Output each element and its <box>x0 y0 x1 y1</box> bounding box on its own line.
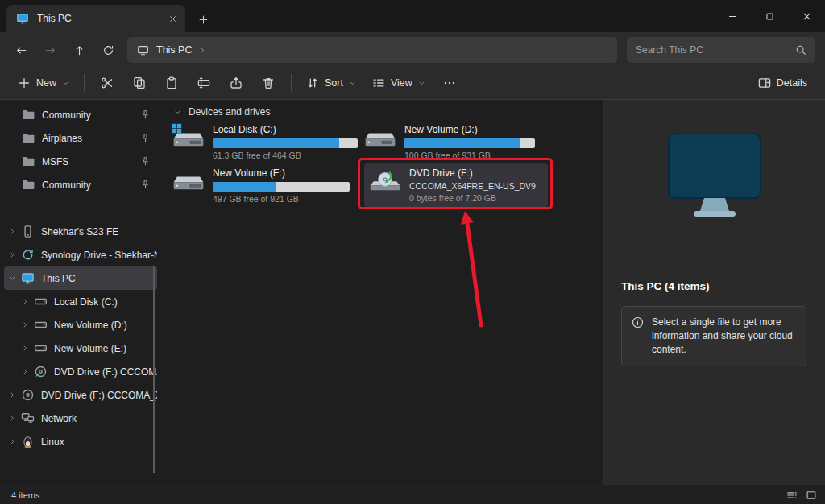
close-button[interactable] <box>788 0 825 32</box>
this-pc-icon <box>137 44 149 56</box>
sidebar-item-new-volume-e[interactable]: New Volume (E:) <box>4 337 157 360</box>
sidebar-item-community[interactable]: Community <box>4 103 157 126</box>
ellipsis-icon <box>443 76 456 89</box>
copy-button[interactable] <box>123 70 155 96</box>
sidebar-item-new-volume-d[interactable]: New Volume (D:) <box>4 313 157 337</box>
sidebar-item-msfs[interactable]: MSFS <box>4 150 157 173</box>
maximize-icon <box>765 11 775 22</box>
sidebar-item-airplanes[interactable]: Airplanes <box>4 126 157 150</box>
sidebar-scrollbar[interactable] <box>153 266 155 473</box>
chevron-down-icon[interactable] <box>174 109 181 116</box>
chevron-right-icon[interactable] <box>9 251 16 258</box>
drive-tile-new-volume-d[interactable]: New Volume (D:) 100 GB free of 931 GB <box>364 124 535 160</box>
chevron-right-icon[interactable] <box>9 228 16 235</box>
chevron-down-icon <box>349 80 356 87</box>
chevron-down-icon <box>62 80 69 87</box>
tab-title: This PC <box>37 13 168 24</box>
view-button[interactable]: View <box>364 70 433 96</box>
section-devices-and-drives[interactable]: Devices and drives <box>174 106 270 118</box>
drive-free-space: 0 bytes free of 7.20 GB <box>409 193 536 203</box>
item-count: 4 items <box>11 490 39 500</box>
forward-icon <box>44 44 56 56</box>
view-label: View <box>391 77 412 89</box>
command-chrome: This PC Search This PC New Sort View <box>0 32 825 100</box>
minimize-icon <box>728 11 738 22</box>
sidebar-group-gap <box>0 196 161 220</box>
share-button[interactable] <box>220 70 252 96</box>
delete-button[interactable] <box>252 70 284 96</box>
drive-tile-dvd-f[interactable]: DVD Drive (F:) CCCOMA_X64FRE_EN-US_DV9 0… <box>364 163 548 207</box>
info-box: Select a single file to get more informa… <box>621 306 806 366</box>
chevron-right-icon[interactable] <box>22 298 29 305</box>
search-icon[interactable] <box>795 44 806 56</box>
dvd-icon <box>21 388 35 402</box>
sidebar-item-network[interactable]: Network <box>4 407 157 430</box>
sort-button[interactable]: Sort <box>298 70 364 96</box>
folder-icon <box>22 155 35 168</box>
this-pc-icon <box>16 12 29 25</box>
drive-tile-local-disk-c[interactable]: Local Disk (C:) 61.3 GB free of 464 GB <box>172 124 358 160</box>
hard-drive-icon <box>34 295 48 308</box>
drive-name: Local Disk (C:) <box>213 124 358 136</box>
chevron-right-icon[interactable] <box>9 391 16 399</box>
more-options-button[interactable] <box>433 70 466 96</box>
paste-icon <box>165 76 178 89</box>
sidebar-item-community-2[interactable]: Community <box>4 173 157 196</box>
details-pane: This PC (4 items) Select a single file t… <box>603 100 825 485</box>
chevron-right-icon[interactable] <box>22 345 29 352</box>
plus-icon <box>18 76 31 89</box>
dvd-burn-icon <box>34 365 48 378</box>
refresh-button[interactable] <box>93 37 122 63</box>
chevron-right-icon[interactable] <box>9 415 16 422</box>
dvd-drive-icon <box>369 170 401 196</box>
sidebar-item-dvd-drive-f[interactable]: DVD Drive (F:) CCCOMA_X6 <box>4 360 157 383</box>
hard-drive-icon <box>34 318 48 332</box>
forward-button[interactable] <box>35 37 64 63</box>
large-icons-view-icon[interactable] <box>806 490 817 501</box>
drive-free-space: 100 GB free of 931 GB <box>404 151 535 160</box>
toolbar-divider <box>291 74 292 92</box>
cut-button[interactable] <box>91 70 123 96</box>
details-pane-icon <box>758 76 771 89</box>
preview-title: This PC (4 items) <box>621 280 710 292</box>
chevron-right-icon[interactable] <box>22 321 29 328</box>
chevron-right-icon[interactable] <box>9 438 16 445</box>
capacity-bar <box>404 138 535 148</box>
chevron-down-icon[interactable] <box>9 275 16 282</box>
linux-penguin-icon <box>21 435 35 448</box>
up-icon <box>73 44 85 56</box>
details-pane-toggle[interactable]: Details <box>750 70 815 96</box>
share-icon <box>230 76 243 89</box>
sidebar-item-phone[interactable]: Shekhar's S23 FE <box>4 220 157 243</box>
rename-icon <box>197 76 210 89</box>
drive-tile-new-volume-e[interactable]: New Volume (E:) 497 GB free of 921 GB <box>172 167 358 204</box>
new-tab-button[interactable] <box>193 10 213 29</box>
rename-button[interactable] <box>188 70 220 96</box>
new-button[interactable]: New <box>10 70 77 96</box>
back-button[interactable] <box>6 37 35 63</box>
explorer-tab-this-pc[interactable]: This PC <box>6 5 185 32</box>
breadcrumb[interactable]: This PC <box>156 44 192 56</box>
tab-close-icon[interactable] <box>168 14 177 23</box>
sidebar-item-this-pc[interactable]: This PC <box>4 266 157 290</box>
trash-icon <box>262 76 275 89</box>
annotation-arrow <box>451 204 500 333</box>
section-title: Devices and drives <box>189 106 270 118</box>
details-view-icon[interactable] <box>786 490 798 501</box>
back-icon <box>15 44 27 56</box>
sidebar-item-local-disk-c[interactable]: Local Disk (C:) <box>4 290 157 313</box>
address-bar[interactable]: This PC <box>127 37 617 63</box>
maximize-button[interactable] <box>751 0 788 32</box>
chevron-right-icon[interactable] <box>199 47 206 54</box>
status-bar: 4 items <box>0 485 825 504</box>
minimize-button[interactable] <box>714 0 751 32</box>
sidebar-item-synology-drive[interactable]: Synology Drive - Shekhar-NA <box>4 243 157 266</box>
up-button[interactable] <box>64 37 93 63</box>
volume-label: CCCOMA_X64FRE_EN-US_DV9 <box>409 181 536 191</box>
search-placeholder: Search This PC <box>636 44 789 56</box>
sidebar-item-linux[interactable]: Linux <box>4 430 157 453</box>
search-input[interactable]: Search This PC <box>627 37 815 63</box>
chevron-right-icon[interactable] <box>22 368 29 375</box>
paste-button[interactable] <box>155 70 188 96</box>
sidebar-item-dvd-drive-f-root[interactable]: DVD Drive (F:) CCCOMA_X64 <box>4 383 157 407</box>
